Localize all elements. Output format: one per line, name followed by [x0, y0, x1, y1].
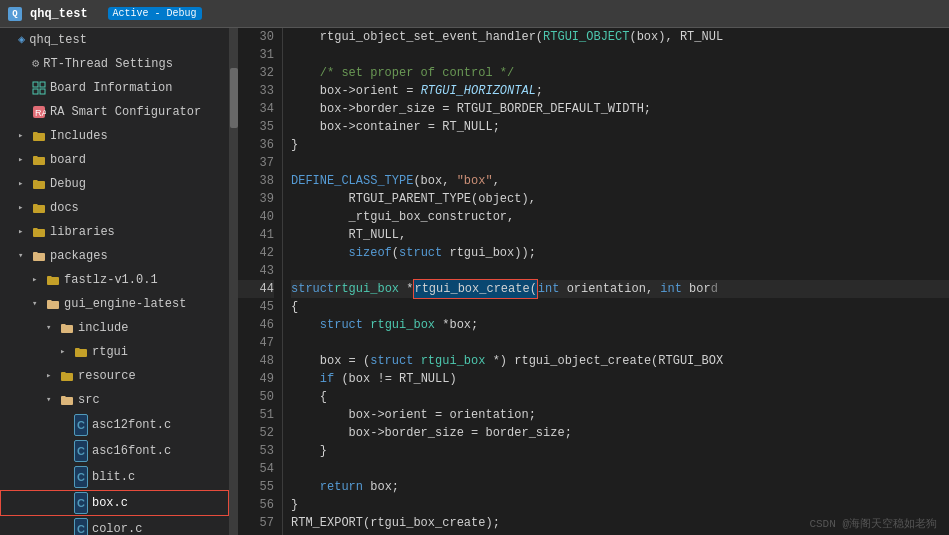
arrow-icon-libraries: ▸ — [18, 222, 32, 242]
watermark: CSDN @海阁天空稳如老狗 — [809, 516, 937, 531]
sidebar-label-libraries: libraries — [50, 222, 115, 242]
line-number-44: 44 — [238, 280, 274, 298]
sidebar-item-docs[interactable]: ▸docs — [0, 196, 229, 220]
arrow-icon-rtgui-folder: ▸ — [60, 342, 74, 362]
code-line-41: RT_NULL, — [291, 226, 949, 244]
line-number-45: 45 — [238, 298, 274, 316]
sidebar-label-debug: Debug — [50, 174, 86, 194]
file-icon-packages — [32, 246, 46, 266]
line-number-48: 48 — [238, 352, 274, 370]
sidebar-label-packages: packages — [50, 246, 108, 266]
scroll-indicator[interactable] — [230, 28, 238, 535]
code-line-33: box->orient = RTGUI_HORIZONTAL; — [291, 82, 949, 100]
sidebar-item-include-folder[interactable]: ▾include — [0, 316, 229, 340]
line-number-49: 49 — [238, 370, 274, 388]
sidebar-item-blit[interactable]: Cblit.c — [0, 464, 229, 490]
code-line-51: box->orient = orientation; — [291, 406, 949, 424]
file-icon-board — [32, 150, 46, 170]
svg-rect-0 — [33, 82, 38, 87]
sidebar-item-rtgui-folder[interactable]: ▸rtgui — [0, 340, 229, 364]
line-number-51: 51 — [238, 406, 274, 424]
code-line-55: return box; — [291, 478, 949, 496]
sidebar-label-asc12font: asc12font.c — [92, 415, 171, 435]
line-number-30: 30 — [238, 28, 274, 46]
sidebar-item-gui-engine[interactable]: ▾gui_engine-latest — [0, 292, 229, 316]
line-number-54: 54 — [238, 460, 274, 478]
sidebar-item-ra-smart[interactable]: RARA Smart Configurator — [0, 100, 229, 124]
code-line-40: _rtgui_box_constructor, — [291, 208, 949, 226]
sidebar-item-project-root[interactable]: ◈qhq_test — [0, 28, 229, 52]
scroll-thumb[interactable] — [230, 68, 238, 128]
sidebar-item-debug[interactable]: ▸Debug — [0, 172, 229, 196]
code-line-30: rtgui_object_set_event_handler(RTGUI_OBJ… — [291, 28, 949, 46]
sidebar-item-resource-folder[interactable]: ▸resource — [0, 364, 229, 388]
file-icon-color: C — [74, 518, 88, 535]
sidebar-label-blit: blit.c — [92, 467, 135, 487]
svg-rect-2 — [33, 89, 38, 94]
sidebar-item-asc16font[interactable]: Casc16font.c — [0, 438, 229, 464]
code-line-32: /* set proper of control */ — [291, 64, 949, 82]
file-icon-box: C — [74, 492, 88, 514]
code-line-39: RTGUI_PARENT_TYPE(object), — [291, 190, 949, 208]
code-line-54 — [291, 460, 949, 478]
sidebar-item-includes[interactable]: ▸Includes — [0, 124, 229, 148]
code-line-50: { — [291, 388, 949, 406]
code-scroll: 3031323334353637383940414243444546474849… — [238, 28, 949, 535]
sidebar-item-libraries[interactable]: ▸libraries — [0, 220, 229, 244]
file-icon-libraries — [32, 222, 46, 242]
file-icon-gui-engine — [46, 294, 60, 314]
file-icon-src-folder — [60, 390, 74, 410]
line-number-39: 39 — [238, 190, 274, 208]
sidebar-label-src-folder: src — [78, 390, 100, 410]
arrow-icon-gui-engine: ▾ — [32, 294, 46, 314]
line-number-32: 32 — [238, 64, 274, 82]
arrow-icon-debug: ▸ — [18, 174, 32, 194]
code-editor: 3031323334353637383940414243444546474849… — [238, 28, 949, 535]
sidebar-item-src-folder[interactable]: ▾src — [0, 388, 229, 412]
code-line-53: } — [291, 442, 949, 460]
file-icon-ra-smart: RA — [32, 102, 46, 122]
file-icon-asc16font: C — [74, 440, 88, 462]
sidebar-item-packages[interactable]: ▾packages — [0, 244, 229, 268]
sidebar-label-board-information: Board Information — [50, 78, 172, 98]
svg-rect-1 — [40, 82, 45, 87]
line-number-31: 31 — [238, 46, 274, 64]
sidebar-item-color[interactable]: Ccolor.c — [0, 516, 229, 535]
code-line-44: struct rtgui_box *rtgui_box_create(int o… — [291, 280, 949, 298]
sidebar-label-docs: docs — [50, 198, 79, 218]
file-icon-include-folder — [60, 318, 74, 338]
sidebar-item-box[interactable]: Cbox.c — [0, 490, 229, 516]
debug-badge: Active - Debug — [108, 7, 202, 20]
sidebar-label-rt-thread-settings: RT-Thread Settings — [43, 54, 173, 74]
line-number-42: 42 — [238, 244, 274, 262]
sidebar-item-asc12font[interactable]: Casc12font.c — [0, 412, 229, 438]
code-line-31 — [291, 46, 949, 64]
arrow-icon-docs: ▸ — [18, 198, 32, 218]
sidebar-label-project-root: qhq_test — [29, 30, 87, 50]
sidebar-item-fastlz[interactable]: ▸fastlz-v1.0.1 — [0, 268, 229, 292]
sidebar-label-resource-folder: resource — [78, 366, 136, 386]
arrow-icon-packages: ▾ — [18, 246, 32, 266]
arrow-icon-include-folder: ▾ — [46, 318, 60, 338]
line-number-57: 57 — [238, 514, 274, 532]
svg-text:RA: RA — [35, 108, 46, 118]
project-title: qhq_test — [30, 7, 88, 21]
sidebar-label-rtgui-folder: rtgui — [92, 342, 128, 362]
line-number-36: 36 — [238, 136, 274, 154]
line-number-37: 37 — [238, 154, 274, 172]
file-icon-debug — [32, 174, 46, 194]
file-icon-board-information — [32, 78, 46, 98]
sidebar-item-board-information[interactable]: Board Information — [0, 76, 229, 100]
line-number-43: 43 — [238, 262, 274, 280]
sidebar-label-fastlz: fastlz-v1.0.1 — [64, 270, 158, 290]
code-line-48: box = (struct rtgui_box *) rtgui_object_… — [291, 352, 949, 370]
arrow-icon-board: ▸ — [18, 150, 32, 170]
arrow-icon-includes: ▸ — [18, 126, 32, 146]
sidebar-item-board[interactable]: ▸board — [0, 148, 229, 172]
file-icon-rt-thread-settings: ⚙ — [32, 54, 39, 74]
line-number-34: 34 — [238, 100, 274, 118]
line-number-50: 50 — [238, 388, 274, 406]
sidebar-label-color: color.c — [92, 519, 142, 535]
code-line-43 — [291, 262, 949, 280]
sidebar-item-rt-thread-settings[interactable]: ⚙RT-Thread Settings — [0, 52, 229, 76]
